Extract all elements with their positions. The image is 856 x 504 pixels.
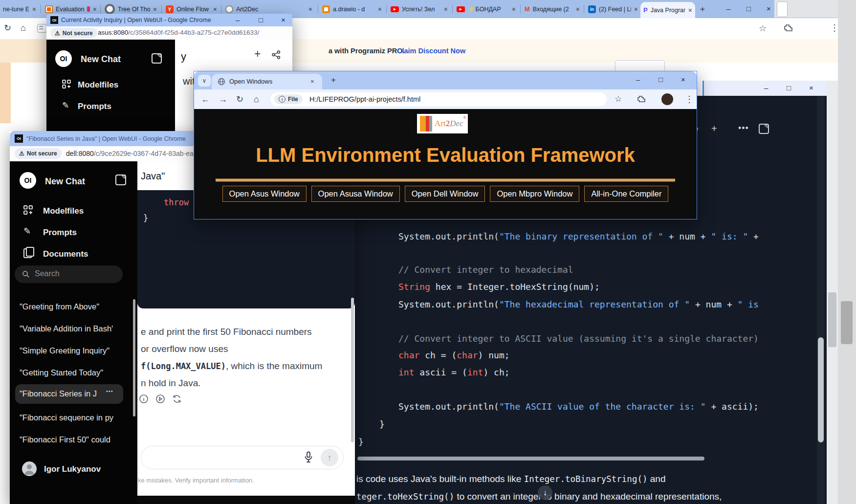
search-input[interactable]: Search [15, 265, 123, 283]
new-tab-button[interactable]: + [331, 75, 336, 85]
open-mbpro-window-button[interactable]: Open Mbpro Window [490, 186, 579, 202]
new-chat-plus-icon[interactable]: + [254, 47, 261, 61]
home-icon[interactable]: ⌂ [254, 95, 259, 104]
share-icon[interactable] [272, 50, 281, 59]
tab-linkedin[interactable]: in (2) Feed | Lin × [585, 0, 641, 18]
tab-close-icon[interactable]: × [444, 6, 448, 13]
user-avatar[interactable] [22, 461, 37, 476]
tab-close-icon[interactable]: × [688, 7, 692, 14]
window-maximize-button[interactable]: □ [259, 16, 263, 23]
main-scrollbar-thumb[interactable] [828, 292, 836, 347]
window-close-button[interactable]: × [809, 84, 813, 91]
sidebar-item-modelfiles[interactable]: Modelfiles [78, 80, 118, 90]
chat-scrollbar-thumb[interactable] [351, 298, 354, 442]
chat-list-item-selected[interactable]: "Fibonacci Series in J ••• [15, 384, 123, 404]
tab-close-icon[interactable]: × [308, 6, 312, 13]
regenerate-icon[interactable] [172, 394, 182, 404]
read-aloud-play-icon[interactable] [155, 394, 165, 404]
window-close-button[interactable]: × [281, 16, 285, 23]
tab-close-icon[interactable]: × [153, 6, 157, 13]
new-chat-edit-icon[interactable]: ✎ [152, 53, 162, 64]
window-maximize-button[interactable]: □ [746, 5, 751, 12]
bookmark-star-icon[interactable]: ☆ [615, 95, 622, 103]
sidebar-scrollbar-thumb[interactable] [133, 299, 135, 416]
reload-icon[interactable]: ↻ [236, 95, 243, 104]
microphone-icon[interactable] [304, 451, 313, 463]
sidebar-item-prompts[interactable]: Prompts [43, 228, 77, 238]
bookmark-star-icon[interactable]: ☆ [759, 24, 767, 33]
tab-close-icon[interactable]: × [32, 6, 36, 13]
open-dell-window-button[interactable]: Open Dell Window [405, 186, 485, 202]
url-text[interactable]: asus:8080/c/35864d0f-f25d-44b3-a275-c27e… [98, 29, 259, 36]
tab-gmail[interactable]: M Входящие (2 × [522, 0, 583, 18]
new-chat-plus-icon[interactable]: + [711, 123, 717, 134]
profile-avatar[interactable] [661, 93, 673, 105]
chat-message-input[interactable] [141, 446, 344, 469]
extensions-puzzle-icon[interactable] [784, 24, 792, 33]
sidebar-item-documents[interactable]: Documents [43, 249, 88, 259]
ow-active-tab[interactable]: Open Windows × [212, 74, 322, 89]
new-chat-button[interactable]: New Chat [45, 176, 85, 187]
right-panel-scrollbar-thumb[interactable] [841, 301, 853, 344]
sidebar-item-modelfiles[interactable]: Modelfiles [43, 206, 84, 216]
kebab-menu-icon[interactable]: ⋮ [685, 95, 694, 104]
tab-groups-icon[interactable] [37, 24, 47, 33]
url-text[interactable]: dell:8080/c/9ce2629e-0367-4d74-83ab-ea7 [66, 150, 198, 157]
back-icon[interactable]: ← [201, 95, 210, 104]
code-horizontal-scrollbar[interactable] [357, 457, 704, 460]
claim-discount-link[interactable]: Claim Discount Now [397, 47, 465, 55]
cai-titlebar[interactable]: OI Current Activity Inquiry | Open WebUI… [46, 14, 292, 26]
open-asus-window-button[interactable]: Open Asus Window [222, 186, 307, 202]
tab-close-icon[interactable]: × [512, 6, 516, 13]
tab-java-program-active[interactable]: P Java Program × [640, 2, 695, 18]
home-icon[interactable]: ⌂ [21, 23, 26, 32]
tab-search-chevron-icon[interactable]: ∨ [198, 75, 211, 87]
new-chat-button[interactable]: New Chat [81, 54, 121, 65]
tab-finetune[interactable]: ne-tune Em × [0, 0, 39, 18]
chat-options-icon[interactable]: ••• [106, 388, 113, 394]
window-maximize-button[interactable]: □ [658, 76, 663, 83]
chat-list-item[interactable]: "Fibonacci First 50" could [20, 435, 125, 444]
chat-list-item[interactable]: "Fibonacci sequence in py [20, 413, 125, 422]
edit-chat-icon[interactable]: ✎ [759, 124, 769, 134]
chat-list-item[interactable]: "Simple Greeting Inquiry" [20, 346, 125, 355]
webui-scrollbar-track[interactable] [817, 96, 825, 504]
scroll-to-bottom-button[interactable]: ↓ [538, 485, 552, 500]
tab-close-icon[interactable]: × [213, 6, 217, 13]
window-close-button[interactable]: × [767, 5, 771, 12]
chat-list-item[interactable]: "Greeting from Above" [20, 302, 125, 311]
tab-youtube-2[interactable]: ▶ ⚡БОНДАР × [454, 0, 519, 18]
info-icon[interactable] [139, 394, 149, 404]
extensions-puzzle-icon[interactable] [637, 96, 645, 104]
ow-urlbar[interactable]: iFile H:/LIFEPROG/ppt-ai-projects/f.html [270, 92, 607, 106]
forward-icon[interactable]: → [219, 95, 227, 104]
window-minimize-button[interactable]: – [636, 76, 640, 83]
open-asusa-window-button[interactable]: Open Asusa Window [311, 186, 400, 202]
tab-drawio[interactable]: a.drawio - d × [319, 0, 385, 18]
tab-close-icon[interactable]: × [93, 6, 97, 13]
user-name[interactable]: Igor Lukyanov [44, 464, 101, 474]
tab-youtube-1[interactable]: ▶ Успеть! Зел × [388, 0, 451, 18]
window-minimize-button[interactable]: – [236, 16, 240, 23]
window-minimize-button[interactable]: – [764, 84, 768, 91]
more-menu-icon[interactable]: ••• [738, 123, 749, 133]
chat-list-item[interactable]: "Getting Started Today" [20, 368, 125, 377]
chat-list-item[interactable]: "Variable Addition in Bash' [20, 324, 125, 333]
corner-widget[interactable] [777, 1, 788, 17]
main-scrollbar-track[interactable] [827, 81, 838, 504]
window-minimize-button[interactable]: – [726, 5, 730, 12]
not-secure-chip[interactable]: ⚠Not secure [15, 148, 62, 159]
tab-close-icon[interactable]: × [310, 78, 314, 85]
reload-icon[interactable]: ↻ [4, 23, 11, 32]
all-in-one-compiler-button[interactable]: All-in-One Compiler [584, 186, 668, 202]
send-button[interactable]: ↑ [321, 449, 338, 466]
webui-scrollbar-thumb[interactable] [818, 337, 824, 442]
new-tab-button[interactable]: + [700, 4, 705, 14]
tab-close-icon[interactable]: × [634, 6, 638, 13]
window-maximize-button[interactable]: □ [787, 84, 791, 91]
tab-close-icon[interactable]: × [378, 6, 382, 13]
not-secure-chip[interactable]: ⚠Not secure [50, 28, 97, 38]
tab-close-icon[interactable]: × [576, 6, 580, 13]
window-close-button[interactable]: × [681, 76, 685, 83]
new-chat-edit-icon[interactable]: ✎ [115, 175, 126, 185]
